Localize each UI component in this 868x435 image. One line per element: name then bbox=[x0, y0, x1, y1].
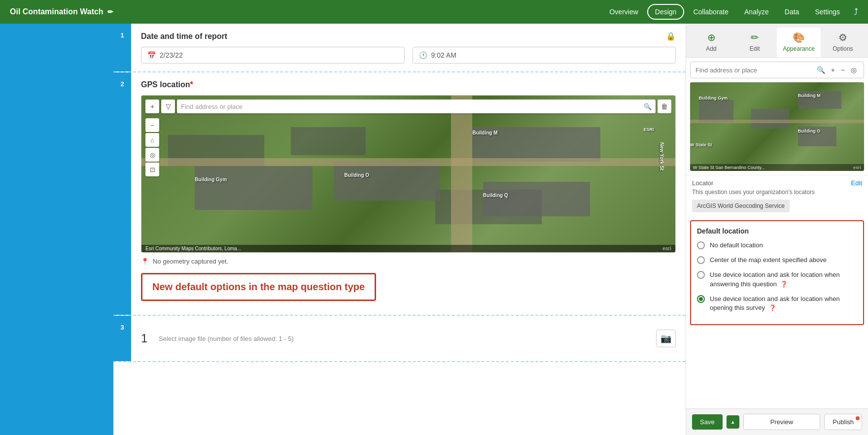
search-button[interactable]: 🔍 bbox=[815, 65, 827, 75]
map-toolbar: + ▽ Find address or place 🔍 🗑 bbox=[145, 100, 671, 113]
image-label: Select image file (number of files allow… bbox=[159, 335, 650, 342]
map-building-gym bbox=[195, 166, 312, 210]
nav-design[interactable]: Design bbox=[647, 4, 685, 20]
map-dropdown-button[interactable]: ▽ bbox=[161, 100, 175, 113]
right-map-label-o: Building O bbox=[798, 129, 821, 134]
nav-data[interactable]: Data bbox=[778, 5, 806, 19]
calendar-icon: 📅 bbox=[147, 51, 156, 59]
map-left-controls: − ⌂ ◎ ⊡ bbox=[145, 118, 159, 176]
share-icon[interactable]: ⤴ bbox=[854, 7, 858, 17]
topbar: Oil Contamination Watch ✏ Overview Desig… bbox=[0, 0, 868, 24]
nav-analyze[interactable]: Analyze bbox=[737, 5, 776, 19]
map-attribution: Esri Community Maps Contributors, Loma..… bbox=[141, 245, 675, 252]
radio-option-no-default: No default location bbox=[697, 241, 857, 250]
right-search-input[interactable] bbox=[695, 67, 812, 74]
locator-description: This question uses your organization's l… bbox=[692, 189, 862, 196]
title-text: Oil Contamination Watch bbox=[10, 7, 104, 16]
map-extent-button[interactable]: ⊡ bbox=[145, 163, 159, 176]
question-3-row: 3 1 Select image file (number of files a… bbox=[113, 316, 686, 362]
edit-title-icon[interactable]: ✏ bbox=[107, 8, 113, 16]
question-2-label: GPS location* bbox=[141, 80, 676, 89]
map-label-road: New York St bbox=[659, 142, 664, 170]
right-mini-map: Building Gym Building M Building O W Sta… bbox=[690, 82, 864, 171]
map-building-o bbox=[334, 162, 441, 201]
time-input[interactable]: 🕐 9:02 AM bbox=[413, 47, 676, 64]
tab-appearance[interactable]: 🎨 Appearance bbox=[777, 28, 821, 57]
date-input[interactable]: 📅 2/23/22 bbox=[141, 47, 405, 64]
radio-option-device-opening: Use device location and ask for location… bbox=[697, 295, 857, 312]
map-location-button[interactable]: ◎ bbox=[145, 148, 159, 162]
tab-edit[interactable]: ✏ Edit bbox=[733, 28, 776, 57]
center-content: 1 Date and time of report 🔒 📅 2/23/22 🕐 bbox=[113, 24, 686, 435]
map-label-building-gym: Building Gym bbox=[195, 177, 227, 182]
form-container: 1 Date and time of report 🔒 📅 2/23/22 🕐 bbox=[113, 24, 686, 435]
help-icon-answering[interactable]: ❓ bbox=[780, 281, 788, 288]
edit-icon: ✏ bbox=[751, 32, 759, 43]
save-dropdown-button[interactable]: ▲ bbox=[727, 415, 739, 429]
question-1-label: Date and time of report 🔒 bbox=[141, 32, 676, 41]
locator-edit-link[interactable]: Edit bbox=[851, 179, 862, 187]
map-search-placeholder: Find address or place bbox=[181, 103, 644, 110]
map-search-field[interactable]: Find address or place 🔍 bbox=[177, 100, 656, 113]
radio-device-opening[interactable] bbox=[697, 295, 705, 303]
map-building-q bbox=[483, 182, 590, 216]
map-zoom-min-btn[interactable]: − bbox=[839, 65, 847, 75]
map-home-button[interactable]: ⌂ bbox=[145, 133, 159, 147]
locator-section: Locator Edit This question uses your org… bbox=[686, 175, 868, 216]
radio-device-opening-label: Use device location and ask for location… bbox=[710, 295, 857, 312]
camera-button[interactable]: 📷 bbox=[656, 330, 676, 347]
appearance-icon: 🎨 bbox=[793, 32, 805, 43]
radio-option-center-map: Center of the map extent specified above bbox=[697, 256, 857, 265]
app-title: Oil Contamination Watch ✏ bbox=[10, 7, 113, 16]
map-zoom-in-button[interactable]: + bbox=[145, 100, 159, 113]
image-count: 1 bbox=[141, 332, 153, 345]
right-map-label-m: Building M bbox=[798, 93, 821, 98]
right-map-label-state: W State St bbox=[690, 142, 712, 147]
nav-settings[interactable]: Settings bbox=[808, 5, 847, 19]
tab-edit-label: Edit bbox=[750, 45, 760, 52]
radio-no-default-label: No default location bbox=[710, 241, 857, 250]
tab-appearance-label: Appearance bbox=[783, 45, 815, 52]
right-panel: ⊕ Add ✏ Edit 🎨 Appearance ⚙ Options 🔍 bbox=[686, 24, 868, 435]
map-label-esri: ESRI bbox=[644, 127, 654, 132]
preview-button[interactable]: Preview bbox=[743, 414, 821, 430]
locate-button[interactable]: ◎ bbox=[849, 65, 859, 75]
map-image: Building M Building Gym Building O Build… bbox=[141, 96, 675, 252]
right-bottom-bar: Save ▲ Preview Publish bbox=[686, 408, 868, 435]
question-3-number: 3 bbox=[113, 316, 131, 361]
radio-center-map[interactable] bbox=[697, 256, 705, 264]
locator-badge: ArcGIS World Geocoding Service bbox=[692, 200, 790, 212]
tab-options[interactable]: ⚙ Options bbox=[822, 28, 864, 57]
right-map-bg: Building Gym Building M Building O W Sta… bbox=[690, 82, 864, 171]
right-esri-logo: esri bbox=[853, 165, 861, 170]
locator-header: Locator Edit bbox=[692, 179, 862, 187]
geo-pin-icon: 📍 bbox=[141, 258, 149, 265]
save-button[interactable]: Save bbox=[692, 414, 723, 430]
right-map-building-2 bbox=[751, 109, 790, 129]
annotation-box: New default options in the map question … bbox=[141, 273, 376, 301]
nav-collaborate[interactable]: Collaborate bbox=[686, 5, 735, 19]
nav-overview[interactable]: Overview bbox=[602, 5, 645, 19]
map-zoom-minus-button[interactable]: − bbox=[145, 118, 159, 132]
right-search-bar: 🔍 + − ◎ bbox=[690, 62, 864, 78]
esri-logo: esri bbox=[662, 246, 671, 251]
gps-map-container: + ▽ Find address or place 🔍 🗑 bbox=[141, 95, 676, 253]
map-zoom-plus-btn[interactable]: + bbox=[829, 65, 837, 75]
map-road-v bbox=[451, 96, 472, 252]
map-delete-button[interactable]: 🗑 bbox=[658, 100, 671, 113]
options-icon: ⚙ bbox=[838, 32, 847, 43]
question-1-body: Date and time of report 🔒 📅 2/23/22 🕐 9:… bbox=[131, 24, 686, 71]
tab-options-label: Options bbox=[833, 45, 853, 52]
question-1-number: 1 bbox=[113, 24, 131, 71]
image-row: 1 Select image file (number of files all… bbox=[141, 324, 676, 353]
publish-button[interactable]: Publish bbox=[824, 414, 862, 430]
tab-add[interactable]: ⊕ Add bbox=[690, 28, 732, 57]
question-2-row: 2 GPS location* + ▽ Find address or plac… bbox=[113, 72, 686, 316]
lock-icon: 🔒 bbox=[666, 32, 676, 41]
help-icon-opening[interactable]: ❓ bbox=[769, 304, 776, 311]
radio-no-default[interactable] bbox=[697, 241, 705, 249]
right-map-attribution: W State St San Bernardino County... esri bbox=[690, 164, 864, 171]
map-search-icon[interactable]: 🔍 bbox=[644, 103, 652, 110]
question-1-row: 1 Date and time of report 🔒 📅 2/23/22 🕐 bbox=[113, 24, 686, 72]
radio-device-answering[interactable] bbox=[697, 271, 705, 279]
